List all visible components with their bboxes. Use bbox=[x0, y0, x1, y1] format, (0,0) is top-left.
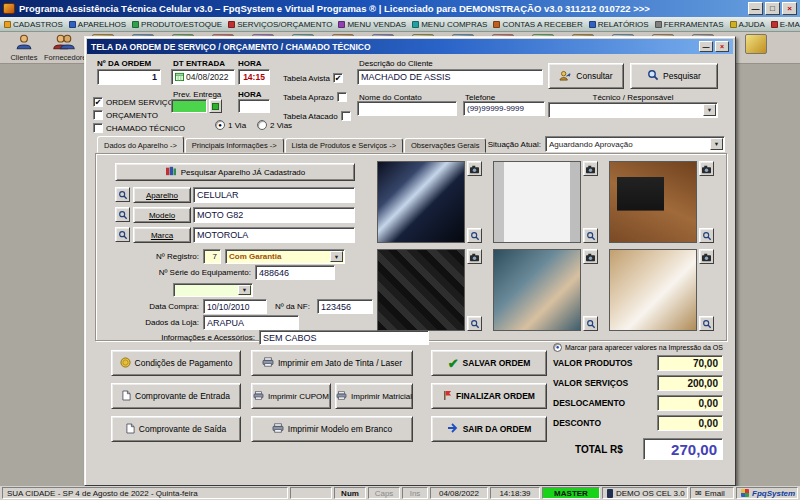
photo-2-zoom-button[interactable] bbox=[583, 228, 598, 243]
aparelho-search-button[interactable] bbox=[115, 187, 130, 202]
toolbar-icon[interactable] bbox=[745, 34, 767, 54]
cliente-field[interactable]: MACHADO DE ASSIS bbox=[357, 69, 543, 85]
contato-field[interactable] bbox=[357, 101, 457, 116]
imprimir-matricial-button[interactable]: Imprimir Matricial bbox=[335, 383, 413, 409]
registro-field[interactable]: 7 bbox=[203, 249, 221, 264]
marca-chip[interactable]: Marca bbox=[133, 227, 191, 243]
modelo-chip[interactable]: Modelo bbox=[133, 207, 191, 223]
checkbox-tabela-avista[interactable]: Tabela Avista✔ bbox=[283, 73, 343, 83]
checkbox-tabela-aprazo[interactable]: Tabela Aprazo bbox=[283, 92, 347, 102]
menu-item-menu-vendas[interactable]: MENU VENDAS bbox=[338, 20, 406, 29]
maximize-icon[interactable]: □ bbox=[765, 2, 780, 15]
garantia-combobox[interactable]: Com Garantia ▼ bbox=[225, 249, 345, 264]
chevron-down-icon[interactable]: ▼ bbox=[238, 285, 251, 295]
checkbox-icon[interactable]: ✔ bbox=[333, 73, 343, 83]
photo-1-camera-button[interactable] bbox=[467, 161, 482, 176]
toolbar-clientes-button[interactable]: Clientes bbox=[4, 33, 44, 62]
radio-icon[interactable] bbox=[257, 120, 267, 130]
status-email[interactable]: ✉ Email bbox=[690, 487, 734, 499]
serie-field[interactable]: 488646 bbox=[255, 265, 335, 280]
app-titlebar[interactable]: Programa Assistência Técnica Celular v3.… bbox=[0, 0, 800, 17]
photo-5-zoom-button[interactable] bbox=[583, 316, 598, 331]
device-photo-4[interactable] bbox=[377, 249, 465, 331]
device-photo-2[interactable] bbox=[493, 161, 581, 243]
modelo-search-button[interactable] bbox=[115, 207, 130, 222]
menu-item-ajuda[interactable]: AJUDA bbox=[730, 20, 765, 29]
photo-6-zoom-button[interactable] bbox=[699, 316, 714, 331]
marca-search-button[interactable] bbox=[115, 227, 130, 242]
imprimir-branco-button[interactable]: Imprimir Modelo em Branco bbox=[251, 416, 413, 442]
marca-field[interactable]: MOTOROLA bbox=[193, 227, 355, 243]
nf-field[interactable]: 123456 bbox=[317, 299, 373, 314]
salvar-ordem-button[interactable]: ✔ SALVAR ORDEM bbox=[431, 350, 547, 376]
chevron-down-icon[interactable]: ▼ bbox=[710, 138, 723, 150]
device-photo-1[interactable] bbox=[377, 161, 465, 243]
checkbox-icon[interactable] bbox=[341, 111, 351, 121]
marcar-valores-radio[interactable]: ● Marcar para aparecer valores na Impres… bbox=[553, 343, 723, 352]
aparelho-chip[interactable]: Aparelho bbox=[133, 187, 191, 203]
checkbox-tabela-atacado[interactable]: Tabela Atacado bbox=[283, 111, 351, 121]
finalizar-ordem-button[interactable]: FINALIZAR ORDEM bbox=[431, 383, 547, 409]
photo-3-camera-button[interactable] bbox=[699, 161, 714, 176]
radio-icon[interactable]: ● bbox=[215, 120, 225, 130]
sair-ordem-button[interactable]: SAIR DA ORDEM bbox=[431, 416, 547, 442]
comprovante-entrada-button[interactable]: Comprovante de Entrada bbox=[111, 383, 241, 409]
prev-hora-field[interactable] bbox=[238, 99, 270, 113]
tab-lista-produtos-servicos[interactable]: Lista de Produtos e Serviços -> bbox=[285, 138, 403, 153]
photo-3-zoom-button[interactable] bbox=[699, 228, 714, 243]
checkbox-chamado-tecnico[interactable]: CHAMADO TÉCNICO bbox=[93, 123, 185, 133]
toolbar-fornecedores-button[interactable]: Fornecedores bbox=[44, 33, 84, 62]
photo-1-zoom-button[interactable] bbox=[467, 228, 482, 243]
photo-4-camera-button[interactable] bbox=[467, 249, 482, 264]
checkbox-orcamento[interactable]: ORÇAMENTO bbox=[93, 110, 158, 120]
comprovante-saida-button[interactable]: Comprovante de Saída bbox=[111, 416, 241, 442]
device-photo-6[interactable] bbox=[609, 249, 697, 331]
imprimir-cupom-button[interactable]: Imprimir CUPOM bbox=[251, 383, 331, 409]
dialog-minimize-icon[interactable]: — bbox=[699, 41, 713, 52]
device-photo-3[interactable] bbox=[609, 161, 697, 243]
checkbox-icon[interactable] bbox=[93, 110, 103, 120]
close-icon[interactable]: × bbox=[782, 2, 797, 15]
hora-entrada-field[interactable]: 14:15 bbox=[238, 69, 270, 85]
dialog-close-icon[interactable]: × bbox=[715, 41, 729, 52]
device-photo-5[interactable] bbox=[493, 249, 581, 331]
loja-field[interactable]: ARAPUA bbox=[203, 315, 299, 330]
photo-5-camera-button[interactable] bbox=[583, 249, 598, 264]
condicoes-pagamento-button[interactable]: Condições de Pagamento bbox=[111, 350, 241, 376]
menu-item-contas-a-receber[interactable]: CONTAS A RECEBER bbox=[493, 20, 582, 29]
menu-item-cadastros[interactable]: CADASTROS bbox=[4, 20, 63, 29]
telefone-field[interactable]: (99)99999-9999 bbox=[463, 101, 545, 116]
situacao-combobox[interactable]: Aguardando Aprovação ▼ bbox=[545, 136, 725, 152]
radio-icon[interactable]: ● bbox=[553, 343, 562, 352]
data-compra-field[interactable]: 10/10/2010 bbox=[203, 299, 267, 314]
acessorios-field[interactable]: SEM CABOS bbox=[259, 330, 429, 345]
modelo-field[interactable]: MOTO G82 bbox=[193, 207, 355, 223]
extra-combobox[interactable]: ▼ bbox=[173, 283, 253, 297]
minimize-icon[interactable]: — bbox=[748, 2, 763, 15]
pesquisar-aparelho-button[interactable]: Pesquisar Aparelho JÁ Cadastrado bbox=[115, 163, 355, 181]
checkbox-icon[interactable]: ✔ bbox=[93, 97, 103, 107]
tab-dados-do-aparelho[interactable]: Dados do Aparelho -> bbox=[97, 136, 184, 153]
menu-item-relatorios[interactable]: RELATÓRIOS bbox=[589, 20, 649, 29]
menu-item-aparelhos[interactable]: APARELHOS bbox=[69, 20, 126, 29]
radio-2-vias[interactable]: 2 Vias bbox=[257, 120, 292, 130]
checkbox-icon[interactable] bbox=[93, 123, 103, 133]
consultar-button[interactable]: Consultar bbox=[548, 63, 624, 89]
menu-item-ferramentas[interactable]: FERRAMENTAS bbox=[655, 20, 724, 29]
prev-entrega-field[interactable] bbox=[171, 99, 207, 113]
checkbox-ordem-servico[interactable]: ✔ORDEM SERVIÇO bbox=[93, 97, 174, 107]
chevron-down-icon[interactable]: ▼ bbox=[703, 104, 716, 116]
menu-item-produto-estoque[interactable]: PRODUTO/ESTOQUE bbox=[132, 20, 222, 29]
tab-principais-informacoes[interactable]: Principais Informações -> bbox=[185, 138, 284, 153]
chevron-down-icon[interactable]: ▼ bbox=[330, 251, 343, 262]
dialog-titlebar[interactable]: TELA DA ORDEM DE SERVIÇO / ORÇAMENTO / C… bbox=[87, 39, 733, 54]
photo-6-camera-button[interactable] bbox=[699, 249, 714, 264]
menu-item-email[interactable]: E-MAIL bbox=[771, 20, 800, 29]
menu-item-servicos-orcamento[interactable]: SERVIÇOS/ORÇAMENTO bbox=[228, 20, 332, 29]
menu-item-menu-compras[interactable]: MENU COMPRAS bbox=[412, 20, 487, 29]
prev-entrega-calendar-button[interactable] bbox=[209, 99, 222, 113]
tecnico-combobox[interactable]: ▼ bbox=[548, 102, 718, 118]
radio-1-via[interactable]: ●1 Via bbox=[215, 120, 246, 130]
photo-4-zoom-button[interactable] bbox=[467, 316, 482, 331]
num-ordem-field[interactable]: 1 bbox=[97, 69, 161, 85]
